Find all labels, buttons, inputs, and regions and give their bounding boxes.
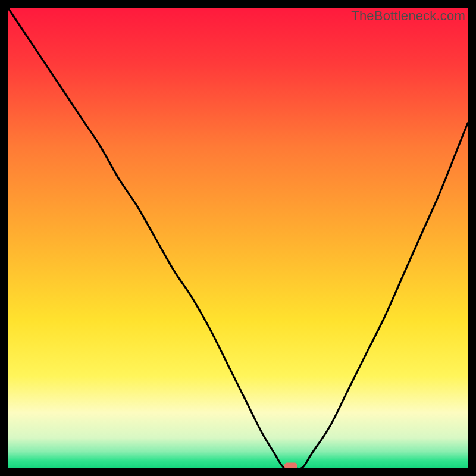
- chart-frame: TheBottleneck.com: [8, 8, 468, 468]
- bottleneck-chart: [8, 8, 468, 468]
- gradient-background: [8, 8, 468, 468]
- watermark-text: TheBottleneck.com: [351, 8, 465, 24]
- optimal-marker: [284, 462, 298, 468]
